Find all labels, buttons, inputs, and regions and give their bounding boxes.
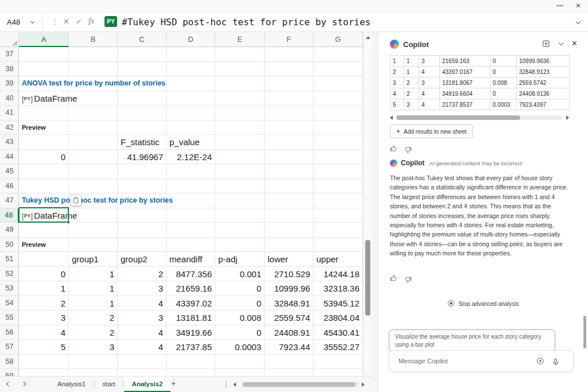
- cell-C54[interactable]: 4: [118, 296, 163, 311]
- cell-E57[interactable]: 0.0003: [215, 340, 261, 355]
- row-header-52[interactable]: 52: [0, 267, 19, 282]
- cell-A50[interactable]: Preview: [22, 238, 46, 253]
- cell-F57[interactable]: 7923.44: [265, 340, 310, 355]
- cell-E56[interactable]: 0: [215, 325, 261, 340]
- previous-sheet-icon[interactable]: [6, 382, 11, 386]
- more-options-icon[interactable]: •••: [557, 3, 564, 9]
- scroll-left-icon[interactable]: [233, 382, 236, 387]
- insert-function-icon[interactable]: fx: [88, 17, 94, 26]
- scroll-left-icon[interactable]: [390, 115, 393, 120]
- column-header-C[interactable]: C: [118, 32, 167, 47]
- row-header-49[interactable]: 49: [0, 223, 19, 238]
- panel-scrollbar-thumb[interactable]: [583, 316, 586, 348]
- row-header-58[interactable]: 58: [0, 355, 19, 370]
- row-header-37[interactable]: 37: [0, 47, 19, 62]
- row-header-45[interactable]: 45: [0, 164, 19, 179]
- expand-formula-bar-icon[interactable]: [576, 20, 581, 24]
- cell-G56[interactable]: 45430.41: [314, 325, 359, 340]
- cell-G51[interactable]: upper: [316, 252, 338, 267]
- cell-F55[interactable]: 2559.574: [265, 311, 310, 325]
- cell-A52[interactable]: 0: [19, 267, 65, 282]
- fill-handle[interactable]: [67, 220, 70, 224]
- cell-A54[interactable]: 2: [19, 296, 65, 311]
- sheet-options-icon[interactable]: ⋮: [223, 380, 230, 388]
- cell-G52[interactable]: 14244.18: [314, 267, 359, 282]
- row-header-53[interactable]: 53: [0, 281, 19, 296]
- row-header-59[interactable]: 59: [0, 369, 19, 376]
- cell-C57[interactable]: 4: [118, 340, 163, 355]
- cell-A40[interactable]: [PY]DataFrame: [22, 91, 77, 106]
- cell-C52[interactable]: 2: [118, 267, 163, 282]
- cell-D44[interactable]: 2.12E-24: [167, 150, 212, 165]
- horizontal-scrollbar-thumb[interactable]: [243, 382, 355, 387]
- row-header-51[interactable]: 51: [0, 252, 19, 267]
- cell-F51[interactable]: lower: [268, 252, 288, 267]
- grid-vertical-scrollbar[interactable]: [363, 32, 372, 376]
- grid-area[interactable]: ANOVA test for price by number of storie…: [0, 47, 363, 376]
- sheet-tab-start[interactable]: start: [94, 377, 123, 392]
- sparkle-icon[interactable]: [536, 357, 544, 367]
- cell-B56[interactable]: 2: [69, 325, 114, 340]
- enter-icon[interactable]: ✓: [76, 17, 82, 26]
- new-chat-icon[interactable]: [542, 40, 550, 50]
- select-all-corner[interactable]: [0, 32, 19, 46]
- column-header-E[interactable]: E: [215, 32, 265, 47]
- row-header-46[interactable]: 46: [0, 179, 19, 194]
- cell-C51[interactable]: group2: [121, 252, 148, 267]
- cell-D52[interactable]: 8477.356: [167, 267, 212, 282]
- row-header-38[interactable]: 38: [0, 62, 19, 77]
- cell-G55[interactable]: 23804.04: [314, 311, 359, 325]
- cell-G53[interactable]: 32318.36: [314, 281, 359, 296]
- row-header-56[interactable]: 56: [0, 325, 19, 340]
- column-header-D[interactable]: D: [167, 32, 215, 47]
- row-header-54[interactable]: 54: [0, 296, 19, 311]
- cell-F52[interactable]: 2710.529: [265, 267, 310, 282]
- cell-E51[interactable]: p-adj: [218, 252, 237, 267]
- cell-B54[interactable]: 1: [69, 296, 114, 311]
- window-close-icon[interactable]: ✕: [575, 2, 581, 10]
- stop-advanced-analysis-button[interactable]: Stop advanced analysis: [378, 300, 588, 308]
- suggestion-chip[interactable]: Visualize the average house price for ea…: [389, 329, 555, 352]
- column-header-B[interactable]: B: [69, 32, 118, 47]
- cell-D57[interactable]: 21737.85: [167, 340, 212, 355]
- row-header-42[interactable]: 42: [0, 121, 19, 135]
- cell-A57[interactable]: 5: [19, 340, 65, 355]
- cell-G54[interactable]: 53945.12: [314, 296, 359, 311]
- cell-F56[interactable]: 24408.91: [265, 325, 310, 340]
- row-header-43[interactable]: 43: [0, 135, 19, 150]
- collapse-panel-icon[interactable]: [559, 41, 563, 45]
- formula-input[interactable]: #Tukey HSD post-hoc test for price by st…: [122, 13, 370, 32]
- close-panel-icon[interactable]: ✕: [571, 39, 578, 48]
- column-header-G[interactable]: G: [314, 32, 363, 47]
- cell-C43[interactable]: F_statistic: [121, 135, 160, 150]
- cell-C55[interactable]: 3: [118, 311, 163, 325]
- name-box[interactable]: A48: [0, 13, 42, 32]
- cell-C44[interactable]: 41.96967: [118, 150, 163, 165]
- thumbs-down-icon[interactable]: [404, 144, 412, 154]
- cell-B57[interactable]: 3: [69, 340, 114, 355]
- cell-E55[interactable]: 0.008: [215, 311, 261, 325]
- cell-A53[interactable]: 1: [19, 281, 65, 296]
- sheet-tab-analysis2[interactable]: Analysis2: [124, 377, 171, 392]
- cell-F53[interactable]: 10999.96: [265, 281, 310, 296]
- cell-D54[interactable]: 43397.02: [167, 296, 212, 311]
- cell-D56[interactable]: 34919.66: [167, 325, 212, 340]
- cell-E54[interactable]: 0: [215, 296, 261, 311]
- cell-G57[interactable]: 35552.27: [314, 340, 359, 355]
- cell-A44[interactable]: 0: [19, 150, 65, 165]
- column-header-A[interactable]: A: [19, 32, 69, 47]
- row-header-39[interactable]: 39: [0, 76, 19, 91]
- scroll-right-icon[interactable]: [566, 115, 569, 120]
- message-copilot-input[interactable]: [397, 351, 529, 371]
- column-header-F[interactable]: F: [265, 32, 314, 47]
- add-sheet-button[interactable]: +: [171, 379, 176, 388]
- row-header-44[interactable]: 44: [0, 150, 19, 165]
- scroll-up-icon[interactable]: [366, 36, 370, 39]
- cell-A42[interactable]: Preview: [22, 121, 46, 135]
- cell-D55[interactable]: 13181.81: [167, 311, 212, 325]
- cell-B51[interactable]: group1: [72, 252, 99, 267]
- thumbs-down-icon[interactable]: [404, 274, 412, 284]
- next-sheet-icon[interactable]: [21, 382, 26, 386]
- cell-A55[interactable]: 3: [19, 311, 65, 325]
- cell-B55[interactable]: 2: [69, 311, 114, 325]
